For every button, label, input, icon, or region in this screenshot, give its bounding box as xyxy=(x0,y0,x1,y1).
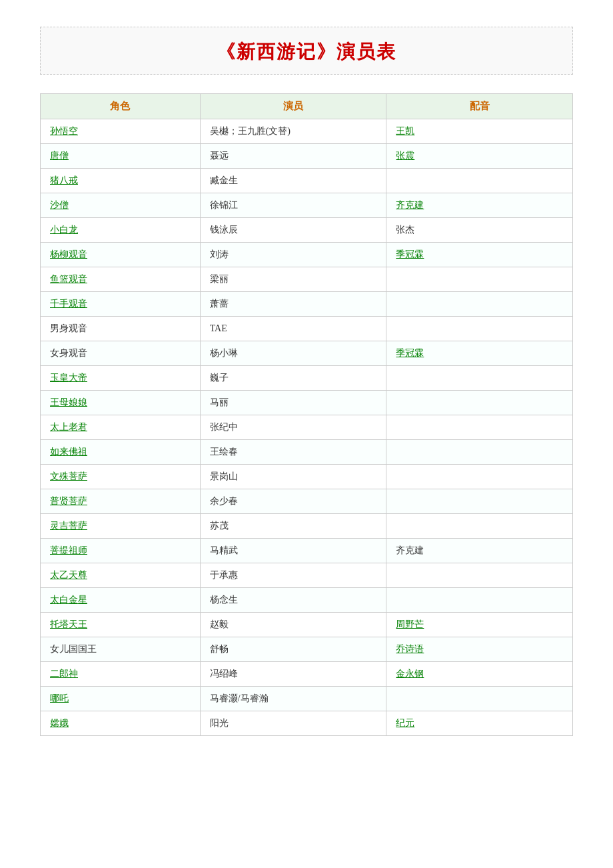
cell-actor: 舒畅 xyxy=(200,637,386,662)
role-link[interactable]: 玉皇大帝 xyxy=(50,373,87,383)
page-title: 《新西游记》演员表 xyxy=(41,39,572,65)
cell-actor: TAE xyxy=(200,317,386,341)
cell-voice: 周野芒 xyxy=(386,613,573,637)
role-link[interactable]: 灵吉菩萨 xyxy=(50,521,87,531)
role-link[interactable]: 唐僧 xyxy=(50,151,69,161)
voice-link[interactable]: 周野芒 xyxy=(396,619,424,629)
voice-link[interactable]: 王凯 xyxy=(396,126,414,136)
role-link[interactable]: 王母娘娘 xyxy=(50,397,87,407)
table-row: 太白金星杨念生 xyxy=(41,588,573,613)
cell-role: 嫦娥 xyxy=(41,711,201,736)
cell-role: 唐僧 xyxy=(41,144,201,169)
role-link[interactable]: 沙僧 xyxy=(50,200,69,210)
voice-link[interactable]: 季冠霖 xyxy=(396,249,424,259)
role-link[interactable]: 如来佛祖 xyxy=(50,447,87,457)
table-row: 二郎神冯绍峰金永钢 xyxy=(41,662,573,687)
role-link[interactable]: 千手观音 xyxy=(50,299,87,309)
cell-role: 玉皇大帝 xyxy=(41,366,201,391)
role-link[interactable]: 杨柳观音 xyxy=(50,249,87,259)
cell-actor: 徐锦江 xyxy=(200,193,386,218)
voice-link[interactable]: 乔诗语 xyxy=(396,644,424,654)
table-row: 唐僧聂远张震 xyxy=(41,144,573,169)
cell-voice xyxy=(386,366,573,391)
role-link[interactable]: 孙悟空 xyxy=(50,126,78,136)
role-link[interactable]: 太乙天尊 xyxy=(50,570,87,580)
cell-actor: 刘涛 xyxy=(200,243,386,267)
header-role: 角色 xyxy=(41,94,201,119)
cell-voice: 王凯 xyxy=(386,119,573,144)
voice-link[interactable]: 纪元 xyxy=(396,718,414,728)
table-row: 鱼篮观音梁丽 xyxy=(41,267,573,292)
cell-actor: 马丽 xyxy=(200,391,386,415)
cell-actor: 萧蔷 xyxy=(200,292,386,317)
cell-role: 哪吒 xyxy=(41,687,201,711)
cell-voice: 纪元 xyxy=(386,711,573,736)
voice-link[interactable]: 金永钢 xyxy=(396,669,424,679)
title-section: 《新西游记》演员表 xyxy=(40,27,573,75)
table-row: 如来佛祖王绘春 xyxy=(41,440,573,465)
cell-actor: 景岗山 xyxy=(200,465,386,489)
cell-actor: 冯绍峰 xyxy=(200,662,386,687)
cell-voice xyxy=(386,465,573,489)
role-link[interactable]: 托塔天王 xyxy=(50,619,87,629)
cell-role: 太上老君 xyxy=(41,415,201,440)
role-link[interactable]: 嫦娥 xyxy=(50,718,69,728)
table-row: 普贤菩萨余少春 xyxy=(41,489,573,514)
cell-voice xyxy=(386,169,573,193)
cell-voice: 齐克建 xyxy=(386,193,573,218)
cell-voice: 张杰 xyxy=(386,218,573,243)
cell-role: 如来佛祖 xyxy=(41,440,201,465)
cell-role: 女儿国国王 xyxy=(41,637,201,662)
cell-role: 二郎神 xyxy=(41,662,201,687)
cast-table: 角色 演员 配音 孙悟空吴樾；王九胜(文替)王凯唐僧聂远张震猪八戒臧金生沙僧徐锦… xyxy=(40,93,573,736)
cell-role: 千手观音 xyxy=(41,292,201,317)
role-link[interactable]: 猪八戒 xyxy=(50,175,78,185)
cell-actor: 马精武 xyxy=(200,539,386,563)
role-link[interactable]: 哪吒 xyxy=(50,693,69,703)
table-row: 孙悟空吴樾；王九胜(文替)王凯 xyxy=(41,119,573,144)
role-link[interactable]: 二郎神 xyxy=(50,669,78,679)
voice-link[interactable]: 齐克建 xyxy=(396,200,424,210)
role-link[interactable]: 太白金星 xyxy=(50,595,87,605)
cell-role: 杨柳观音 xyxy=(41,243,201,267)
cell-voice: 张震 xyxy=(386,144,573,169)
table-body: 孙悟空吴樾；王九胜(文替)王凯唐僧聂远张震猪八戒臧金生沙僧徐锦江齐克建小白龙钱泳… xyxy=(41,119,573,736)
cell-role: 孙悟空 xyxy=(41,119,201,144)
voice-link[interactable]: 季冠霖 xyxy=(396,348,424,358)
cell-actor: 王绘春 xyxy=(200,440,386,465)
role-link[interactable]: 菩提祖师 xyxy=(50,545,87,555)
table-row: 王母娘娘马丽 xyxy=(41,391,573,415)
header-row: 角色 演员 配音 xyxy=(41,94,573,119)
cell-voice xyxy=(386,489,573,514)
cell-role: 托塔天王 xyxy=(41,613,201,637)
cell-voice xyxy=(386,391,573,415)
table-row: 千手观音萧蔷 xyxy=(41,292,573,317)
cell-actor: 臧金生 xyxy=(200,169,386,193)
cell-actor: 马睿灏/马睿瀚 xyxy=(200,687,386,711)
cell-role: 鱼篮观音 xyxy=(41,267,201,292)
cell-voice xyxy=(386,292,573,317)
cell-actor: 梁丽 xyxy=(200,267,386,292)
cell-voice xyxy=(386,440,573,465)
role-link[interactable]: 小白龙 xyxy=(50,225,78,235)
cell-actor: 杨小琳 xyxy=(200,341,386,366)
table-row: 嫦娥阳光纪元 xyxy=(41,711,573,736)
table-row: 猪八戒臧金生 xyxy=(41,169,573,193)
role-link[interactable]: 鱼篮观音 xyxy=(50,274,87,284)
header-actor: 演员 xyxy=(200,94,386,119)
role-link[interactable]: 文殊菩萨 xyxy=(50,471,87,481)
cell-voice: 季冠霖 xyxy=(386,243,573,267)
cell-actor: 苏茂 xyxy=(200,514,386,539)
cell-role: 猪八戒 xyxy=(41,169,201,193)
cell-actor: 赵毅 xyxy=(200,613,386,637)
role-link[interactable]: 普贤菩萨 xyxy=(50,496,87,506)
cell-role: 菩提祖师 xyxy=(41,539,201,563)
voice-link[interactable]: 张震 xyxy=(396,151,414,161)
role-link[interactable]: 太上老君 xyxy=(50,422,87,432)
cell-role: 普贤菩萨 xyxy=(41,489,201,514)
table-row: 托塔天王赵毅周野芒 xyxy=(41,613,573,637)
cell-actor: 吴樾；王九胜(文替) xyxy=(200,119,386,144)
table-row: 女儿国国王舒畅乔诗语 xyxy=(41,637,573,662)
cell-actor: 聂远 xyxy=(200,144,386,169)
cell-role: 女身观音 xyxy=(41,341,201,366)
